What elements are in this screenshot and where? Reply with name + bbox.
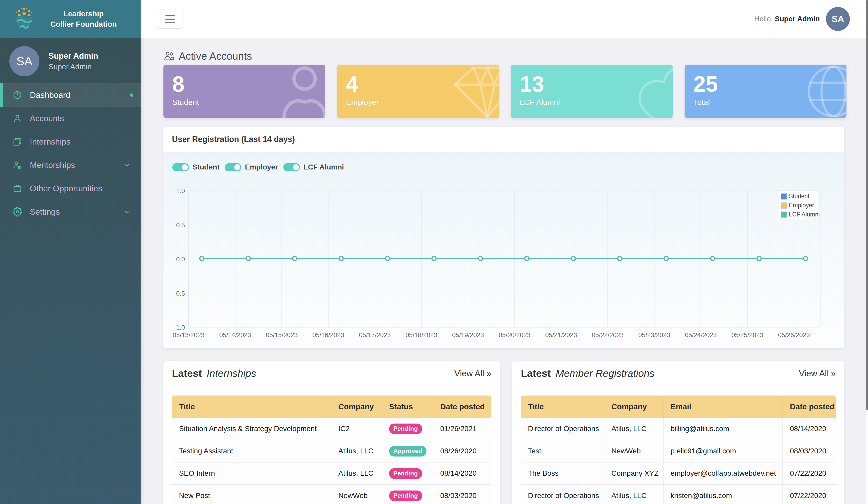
svg-text:LCF Alumni: LCF Alumni	[789, 211, 820, 218]
svg-text:05/22/2023: 05/22/2023	[592, 331, 624, 338]
svg-text:-0.5: -0.5	[174, 290, 185, 297]
svg-text:05/15/2023: 05/15/2023	[266, 331, 298, 338]
svg-text:0.5: 0.5	[176, 222, 185, 229]
svg-text:05/19/2023: 05/19/2023	[452, 331, 484, 338]
svg-text:05/20/2023: 05/20/2023	[499, 331, 530, 338]
svg-text:05/14/2023: 05/14/2023	[219, 331, 251, 338]
svg-text:Student: Student	[789, 193, 810, 199]
svg-text:05/17/2023: 05/17/2023	[359, 331, 391, 338]
svg-text:05/25/2023: 05/25/2023	[732, 331, 763, 338]
svg-text:05/18/2023: 05/18/2023	[405, 331, 437, 338]
svg-text:-1.0: -1.0	[174, 324, 185, 331]
svg-text:05/21/2023: 05/21/2023	[545, 331, 577, 338]
svg-text:05/23/2023: 05/23/2023	[638, 331, 670, 338]
svg-text:0.0: 0.0	[176, 256, 185, 263]
svg-text:05/16/2023: 05/16/2023	[312, 331, 344, 338]
svg-text:05/26/2023: 05/26/2023	[778, 331, 810, 338]
svg-text:1.0: 1.0	[176, 187, 185, 194]
svg-text:05/24/2023: 05/24/2023	[685, 331, 717, 338]
svg-text:Employer: Employer	[789, 202, 814, 209]
svg-text:05/13/2023: 05/13/2023	[173, 331, 205, 338]
